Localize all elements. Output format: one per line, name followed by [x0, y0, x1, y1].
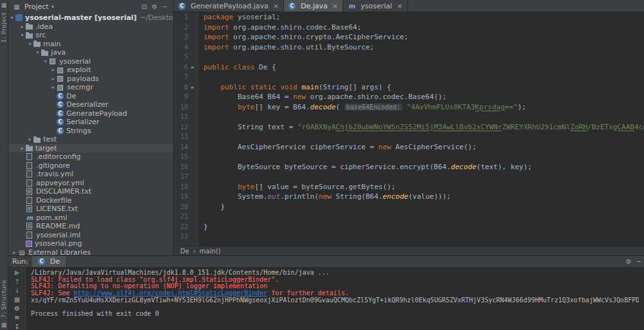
stop-icon[interactable]: ■ [8, 295, 26, 304]
tool-window-structure-button[interactable]: 7: Structure [1, 280, 7, 318]
tree-item-dockerfile[interactable]: Dockerfile [8, 196, 173, 205]
editor-tab-de-java[interactable]: CDe.java× [284, 0, 343, 12]
class-icon: C [289, 3, 296, 10]
breadcrumb-item[interactable]: De [180, 248, 189, 255]
tree-item-idea[interactable]: ▸.idea [8, 23, 173, 32]
tree-item-external-libraries[interactable]: ▸▤External Libraries [8, 248, 173, 256]
tree-item-readme-md[interactable]: README.md [8, 222, 173, 231]
soft-wrap-icon[interactable]: ≡ [8, 313, 26, 322]
line-number: 2 [174, 23, 188, 33]
project-view-title[interactable]: Project [24, 3, 49, 11]
tree-item-main[interactable]: ▾main [8, 40, 173, 49]
chevron-down-icon[interactable]: ▾ [42, 57, 49, 66]
tree-item-payloads[interactable]: ▸payloads [8, 75, 173, 84]
chevron-right-icon[interactable]: ▸ [11, 248, 18, 256]
chevron-right-icon[interactable]: ▸ [26, 135, 33, 144]
tree-root[interactable]: ▾ ysoserial-master [ysoserial] ~/Desktop… [8, 14, 173, 23]
code-line: 23 [174, 232, 644, 242]
line-number: 12 [174, 122, 188, 133]
tree-indent [19, 231, 26, 240]
tree-item-generatepayload[interactable]: CGeneratePayload [8, 109, 173, 118]
folder-icon [41, 51, 48, 56]
tree-item-disclaimer-txt[interactable]: DISCLAIMER.txt [8, 187, 173, 196]
run-tab-de[interactable]: C De [32, 256, 66, 267]
close-icon[interactable]: × [332, 2, 338, 10]
chevron-down-icon[interactable]: ▾ [19, 31, 26, 40]
line-number: 22 [174, 222, 188, 232]
hide-icon[interactable]: ─ [634, 258, 644, 265]
console-line: SLF4J: Failed to load class "org.slf4j.i… [31, 277, 639, 284]
chevron-right-icon[interactable]: ▸ [50, 66, 57, 75]
class-icon: C [57, 127, 64, 134]
console-output[interactable]: /Library/Java/JavaVirtualMachines/jdk1.8… [26, 267, 644, 330]
tree-item-ysoserial[interactable]: ▾ysoserial [8, 57, 173, 66]
chevron-down-icon[interactable]: ▾ [8, 14, 15, 23]
line-number: 13 [174, 132, 188, 142]
chevron-right-icon[interactable]: ▸ [19, 144, 26, 153]
run-panel: Run: C De ⚙─ ▶↑↓■⚙≡↧ /Library/Java/JavaV… [8, 255, 644, 330]
tree-item-gitignore[interactable]: .gitignore [8, 161, 173, 170]
hide-icon[interactable]: ─ [160, 3, 170, 10]
tree-item-ysoserial-png[interactable]: ysoserial.png [8, 239, 173, 248]
run-gutter-icon[interactable]: ▶ [188, 82, 198, 93]
console-link[interactable]: http://www.slf4j.org/codes.html#StaticLo… [73, 290, 267, 297]
editor-tab-generatepayload-java[interactable]: CGeneratePayload.java× [174, 0, 284, 12]
code-editor[interactable]: 1package ysoserial;2import org.apache.sh… [174, 12, 644, 246]
collapse-all-icon[interactable]: ⊟ [139, 3, 149, 10]
tree-item-appveyor-yml[interactable]: appveyor.yml [8, 179, 173, 188]
tree-item-secmgr[interactable]: ▸secmgr [8, 83, 173, 92]
chevron-down-icon[interactable]: ▾ [26, 40, 33, 49]
tree-item-label: java [51, 48, 66, 57]
tree-indent [19, 161, 26, 170]
tree-item-target[interactable]: ▸target [8, 144, 173, 153]
folder-icon [26, 24, 33, 30]
tree-item-deserializer[interactable]: CDeserializer [8, 100, 173, 109]
main-area: ▦ Project ▾ ⊟⚙─ ▾ ysoserial-master [ysos… [8, 0, 644, 330]
tree-item-label: src [35, 31, 46, 40]
chevron-right-icon[interactable]: ▸ [19, 23, 26, 32]
chevron-down-icon[interactable]: ▾ [52, 4, 54, 10]
project-root-path: ~/Desktop/Tools/java/yso [140, 14, 173, 23]
tree-indent [19, 239, 26, 248]
breadcrumb-item[interactable]: main() [200, 248, 221, 255]
close-icon[interactable]: × [397, 2, 402, 10]
editor-tab-ysoserial[interactable]: mysoserial× [343, 0, 408, 12]
settings-icon[interactable]: ⚙ [149, 3, 160, 10]
rerun-icon[interactable]: ▶ [8, 268, 26, 277]
scroll-to-end-icon[interactable]: ↧ [8, 322, 26, 330]
settings-icon[interactable]: ⚙ [623, 258, 634, 265]
tree-item-travis-yml[interactable]: .travis.yml [8, 170, 173, 179]
tree-indent [19, 214, 26, 223]
tree-item-exploit[interactable]: ▸exploit [8, 66, 173, 75]
tab-label: De.java [301, 2, 328, 10]
down-stack-icon[interactable]: ↓ [8, 286, 26, 295]
tree-item-editorconfig[interactable]: .editorconfig [8, 152, 173, 161]
tree-item-test[interactable]: ▸test [8, 135, 173, 144]
line-number: 11 [174, 112, 188, 122]
tree-item-license-txt[interactable]: LICENSE.txt [8, 205, 173, 214]
tree-item-de[interactable]: CDe [8, 92, 173, 101]
tree-indent [19, 205, 26, 214]
tree-item-pom-xml[interactable]: mpom.xml [8, 214, 173, 223]
tree-item-strings[interactable]: CStrings [8, 127, 173, 136]
run-gutter-icon[interactable]: ▶ [188, 62, 198, 73]
console-settings-icon[interactable]: ⚙ [8, 304, 26, 313]
package-icon [57, 76, 63, 82]
tree-item-java[interactable]: ▾java [8, 48, 173, 57]
breadcrumb-separator-icon: › [193, 248, 196, 255]
tree-item-src[interactable]: ▾src [8, 31, 173, 40]
chevron-right-icon[interactable]: ▸ [50, 75, 57, 84]
chevron-right-icon[interactable]: ▸ [50, 83, 57, 92]
close-icon[interactable]: × [273, 2, 279, 10]
tool-window-project-button[interactable]: 1: Project [1, 12, 7, 42]
tool-window-toggle-icon[interactable]: ▦ [1, 322, 7, 328]
tree-item-serializer[interactable]: CSerializer [8, 118, 173, 127]
code-line: 11 [174, 112, 644, 122]
line-number: 1 [174, 12, 188, 23]
up-stack-icon[interactable]: ↑ [8, 277, 26, 286]
code-line: 21 [174, 212, 644, 222]
chevron-down-icon[interactable]: ▾ [34, 48, 41, 57]
run-panel-header: Run: C De ⚙─ [8, 256, 644, 267]
tree-item-ysoserial-iml[interactable]: ysoserial.iml [8, 231, 173, 240]
file-icon [26, 179, 32, 187]
